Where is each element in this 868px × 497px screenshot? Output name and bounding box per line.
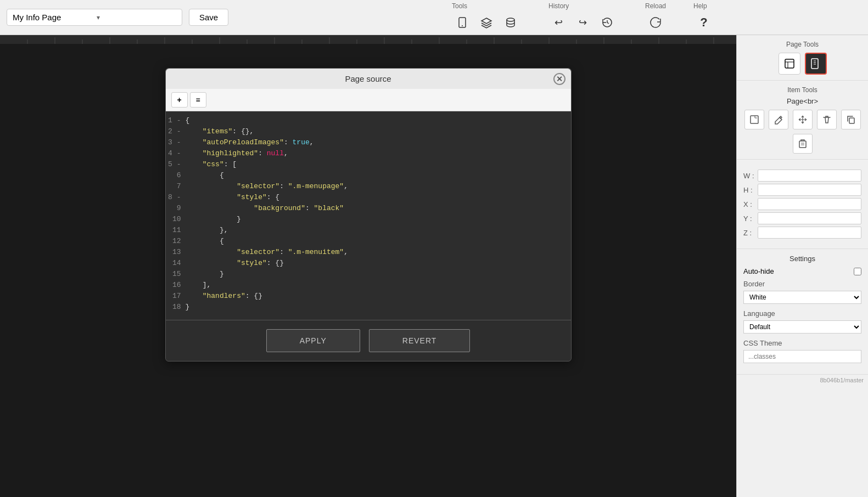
paste-icon[interactable] xyxy=(793,134,813,154)
stack-icon[interactable] xyxy=(500,12,521,33)
reload-icon[interactable] xyxy=(645,12,666,33)
help-icon[interactable]: ? xyxy=(693,12,714,33)
line-number: 2 - xyxy=(166,127,186,137)
line-number: 1 - xyxy=(166,116,186,126)
css-theme-input[interactable] xyxy=(743,350,861,363)
line-number: 9 xyxy=(166,204,186,214)
code-line: 5 - "css": [ xyxy=(166,160,571,171)
move-icon[interactable] xyxy=(793,110,813,129)
line-content: "highlighted": null, xyxy=(186,149,288,159)
wh-grid: W : H : X : Y : Z : xyxy=(743,170,861,239)
right-panel: Page Tools xyxy=(736,35,868,497)
page-tool-btn-2[interactable] xyxy=(805,53,827,75)
line-content: "selector": ".m-menuitem", xyxy=(186,248,348,258)
line-number: 6 xyxy=(166,171,186,181)
page-selector[interactable]: My Info Page ▾ xyxy=(7,9,182,26)
auto-hide-checkbox[interactable] xyxy=(854,268,861,275)
tools-label: Tools xyxy=(452,2,467,10)
z-label: Z : xyxy=(743,229,754,237)
line-content: "items": {}, xyxy=(186,127,254,137)
border-label: Border xyxy=(743,280,861,288)
top-bar: My Info Page ▾ Save Tools xyxy=(0,0,868,35)
help-group: Help ? xyxy=(693,2,714,33)
page-tools-title: Page Tools xyxy=(743,41,861,48)
settings-title: Settings xyxy=(743,255,861,263)
svg-point-2 xyxy=(507,18,514,21)
border-select[interactable]: White xyxy=(743,291,861,304)
save-button[interactable]: Save xyxy=(189,9,228,26)
css-theme-label: CSS Theme xyxy=(743,339,861,347)
svg-rect-39 xyxy=(799,141,806,148)
modal-overlay: Page source ✕ + ≡ 1 -{2 - "items": {},3 … xyxy=(0,35,736,497)
page-tools-grid xyxy=(743,53,861,75)
z-input[interactable] xyxy=(758,227,862,239)
svg-rect-30 xyxy=(785,59,794,68)
svg-point-1 xyxy=(462,25,463,26)
resize-icon[interactable] xyxy=(744,110,764,129)
line-content: "autoPreloadImages": true, xyxy=(186,138,314,148)
modal-toolbar: + ≡ xyxy=(166,89,571,111)
modal-footer: APPLY REVERT xyxy=(166,320,571,361)
revert-button[interactable]: REVERT xyxy=(369,329,471,352)
line-number: 7 xyxy=(166,182,186,192)
language-select[interactable]: Default xyxy=(743,320,861,334)
code-editor[interactable]: 1 -{2 - "items": {},3 - "autoPreloadImag… xyxy=(166,111,571,320)
code-line: 18} xyxy=(166,302,571,313)
item-type-label: Page<br> xyxy=(743,97,861,105)
version-text: 8b046b1/master xyxy=(737,375,868,386)
plus-button[interactable]: + xyxy=(171,92,188,108)
line-content: "selector": ".m-menupage", xyxy=(186,182,348,192)
svg-rect-37 xyxy=(751,116,758,123)
apply-button[interactable]: APPLY xyxy=(266,329,360,352)
x-label: X : xyxy=(743,200,754,208)
line-content: } xyxy=(186,270,224,280)
item-tools-section: Item Tools Page<br> xyxy=(737,81,868,160)
settings-section: Settings Auto-hide Border White Language… xyxy=(737,249,868,375)
border-setting: Border White xyxy=(743,280,861,304)
line-number: 4 - xyxy=(166,149,186,159)
language-setting: Language Default xyxy=(743,309,861,334)
page-tool-btn-1[interactable] xyxy=(779,53,800,75)
code-line: 11 }, xyxy=(166,225,571,236)
code-line: 3 - "autoPreloadImages": true, xyxy=(166,138,571,149)
x-input[interactable] xyxy=(758,198,862,210)
redo-icon[interactable]: ↪ xyxy=(573,12,593,33)
top-tools-area: Tools xyxy=(441,0,725,35)
code-line: 13 "selector": ".m-menuitem", xyxy=(166,247,571,258)
y-input[interactable] xyxy=(758,212,862,224)
reload-label: Reload xyxy=(645,2,666,10)
code-line: 7 "selector": ".m-menupage", xyxy=(166,182,571,193)
line-number: 12 xyxy=(166,237,186,247)
line-number: 8 - xyxy=(166,193,186,203)
line-number: 5 - xyxy=(166,160,186,170)
w-input[interactable] xyxy=(758,170,862,182)
mobile-icon[interactable] xyxy=(452,12,473,33)
canvas-area: Page source ✕ + ≡ 1 -{2 - "items": {},3 … xyxy=(0,35,736,497)
code-line: 15 } xyxy=(166,269,571,280)
delete-icon[interactable] xyxy=(817,110,837,129)
line-content: "background": "black" xyxy=(186,204,344,214)
auto-hide-label: Auto-hide xyxy=(743,267,774,275)
copy-icon[interactable] xyxy=(841,110,861,129)
h-input[interactable] xyxy=(758,184,862,196)
edit-icon[interactable] xyxy=(769,110,788,129)
css-theme-setting: CSS Theme xyxy=(743,339,861,363)
layers-icon[interactable] xyxy=(476,12,497,33)
code-line: 10 } xyxy=(166,214,571,225)
svg-rect-33 xyxy=(811,59,818,69)
history-group: History ↩ ↪ xyxy=(548,2,618,33)
format-button[interactable]: ≡ xyxy=(190,92,206,108)
page-source-modal: Page source ✕ + ≡ 1 -{2 - "items": {},3 … xyxy=(165,68,572,362)
line-number: 16 xyxy=(166,281,186,291)
line-number: 3 - xyxy=(166,138,186,148)
line-number: 15 xyxy=(166,270,186,280)
code-line: 9 "background": "black" xyxy=(166,204,571,214)
w-label: W : xyxy=(743,172,754,180)
auto-hide-row: Auto-hide xyxy=(743,267,861,275)
history-icon[interactable] xyxy=(597,12,618,33)
modal-close-button[interactable]: ✕ xyxy=(553,73,565,85)
line-number: 13 xyxy=(166,248,186,258)
undo-icon[interactable]: ↩ xyxy=(548,12,569,33)
line-content: ], xyxy=(186,281,211,291)
item-tools-grid xyxy=(743,110,861,154)
